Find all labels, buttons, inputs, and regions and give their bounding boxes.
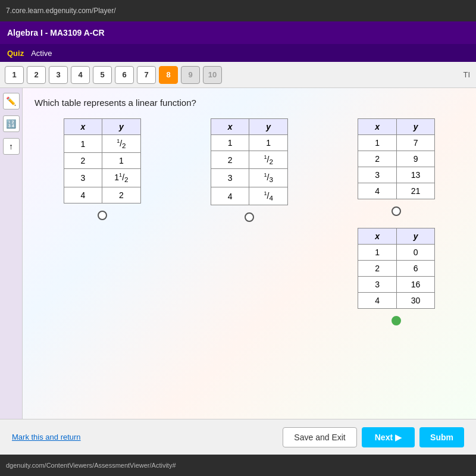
table-c: x y 1 7 2 9 3: [358, 118, 435, 199]
next-label: Next: [375, 433, 393, 442]
save-exit-button[interactable]: Save and Exit: [283, 427, 356, 447]
table-option-c: x y 1 7 2 9 3: [329, 118, 464, 222]
question-num-1[interactable]: 1: [5, 66, 24, 84]
next-button[interactable]: Next ▶: [362, 427, 415, 447]
cell: 2: [358, 261, 397, 277]
cell: 1/2: [249, 151, 288, 169]
cell: 9: [396, 151, 435, 167]
browser-url: 7.core.learn.edgenuity.com/Player/: [6, 7, 116, 15]
question-num-5[interactable]: 5: [93, 66, 112, 84]
table-row: 3 1/3: [211, 169, 287, 187]
cell: 3: [358, 277, 397, 293]
quiz-label: Quiz: [7, 49, 24, 58]
quiz-bar: Quiz Active: [0, 44, 476, 62]
cell: 2: [358, 151, 397, 167]
cell: 1: [211, 135, 249, 151]
arrow-up-icon[interactable]: ↑: [3, 138, 20, 155]
radio-c[interactable]: [392, 206, 401, 216]
question-numbers-bar: 1 2 3 4 5 6 7 8 9 10 TI: [0, 62, 476, 88]
question-num-9: 9: [181, 66, 200, 84]
cell: 1: [358, 135, 397, 151]
table-row: 4 1/4: [211, 187, 287, 205]
table-d: x y 1 0 2 6 3: [358, 228, 435, 309]
question-num-4[interactable]: 4: [71, 66, 90, 84]
radio-b[interactable]: [245, 212, 254, 222]
question-num-10: 10: [203, 66, 222, 84]
status-bar: dgenuity.com/ContentViewers/AssessmentVi…: [0, 455, 476, 476]
cell: 1: [102, 153, 141, 169]
cell: 1/4: [249, 187, 288, 205]
radio-b-container: [245, 212, 254, 222]
table-row: 2 9: [358, 151, 435, 167]
cell: 2: [102, 187, 141, 203]
main-layout: ✏️ 🔢 ↑ Which table represents a linear f…: [0, 88, 476, 419]
radio-a[interactable]: [98, 211, 107, 220]
radio-a-container: [98, 211, 107, 220]
table-option-d: x y 1 0 2 6 3: [329, 228, 464, 325]
question-text: Which table represents a linear function…: [35, 98, 464, 108]
table-b-header-y: y: [249, 119, 288, 135]
pencil-icon[interactable]: ✏️: [3, 93, 20, 109]
left-sidebar: ✏️ 🔢 ↑: [0, 88, 23, 419]
cell: 3: [64, 169, 102, 187]
table-d-header-y: y: [396, 228, 435, 245]
table-row: 1 1: [211, 135, 287, 151]
bottom-tables: x y 1 0 2 6 3: [35, 228, 464, 325]
question-num-8[interactable]: 8: [159, 66, 178, 84]
question-num-6[interactable]: 6: [115, 66, 134, 84]
calculator-icon[interactable]: 🔢: [3, 115, 20, 132]
cell: 30: [396, 293, 435, 309]
submit-button[interactable]: Subm: [419, 427, 464, 447]
bottom-bar: Mark this and return Save and Exit Next …: [0, 419, 476, 455]
cell: 4: [211, 187, 249, 205]
question-num-3[interactable]: 3: [49, 66, 68, 84]
cell: 4: [358, 183, 397, 199]
cell: 3: [358, 167, 397, 183]
table-d-header-x: x: [358, 228, 397, 245]
table-c-header-y: y: [396, 119, 435, 135]
cell: 7: [396, 135, 435, 151]
app-header: Algebra I - MA3109 A-CR: [0, 21, 476, 44]
table-row: 3 13: [358, 167, 435, 183]
cell: 6: [396, 261, 435, 277]
table-row: 1 0: [358, 245, 435, 261]
radio-d[interactable]: [392, 316, 401, 325]
spacer-1: [35, 228, 170, 325]
table-a: x y 1 1/2 2 1 3: [64, 118, 141, 203]
cell: 11/2: [102, 169, 141, 187]
table-a-header-y: y: [102, 119, 141, 135]
mark-return-button[interactable]: Mark this and return: [12, 433, 81, 441]
quiz-status: Active: [31, 49, 52, 58]
action-buttons: Save and Exit Next ▶ Subm: [283, 427, 464, 447]
cell: 1: [358, 245, 397, 261]
cell: 21: [396, 183, 435, 199]
table-row: 2 1: [64, 153, 140, 169]
timer-label: TI: [463, 70, 470, 79]
question-num-2[interactable]: 2: [27, 66, 46, 84]
cell: 4: [358, 293, 397, 309]
cell: 1/3: [249, 169, 288, 187]
table-row: 1 7: [358, 135, 435, 151]
cell: 1: [249, 135, 288, 151]
cell: 2: [211, 151, 249, 169]
tables-grid: x y 1 1/2 2 1 3: [35, 118, 464, 222]
table-row: 4 21: [358, 183, 435, 199]
table-c-header-x: x: [358, 119, 397, 135]
cell: 16: [396, 277, 435, 293]
table-b-header-x: x: [211, 119, 249, 135]
table-option-a: x y 1 1/2 2 1 3: [35, 118, 170, 222]
table-row: 4 2: [64, 187, 140, 203]
cell: 1/2: [102, 135, 141, 153]
table-row: 4 30: [358, 293, 435, 309]
table-row: 3 16: [358, 277, 435, 293]
cell: 4: [64, 187, 102, 203]
cell: 0: [396, 245, 435, 261]
table-a-header-x: x: [64, 119, 102, 135]
cell: 13: [396, 167, 435, 183]
cell: 2: [64, 153, 102, 169]
browser-bar: 7.core.learn.edgenuity.com/Player/: [0, 0, 476, 21]
table-row: 2 6: [358, 261, 435, 277]
next-arrow-icon: ▶: [395, 433, 402, 442]
status-url: dgenuity.com/ContentViewers/AssessmentVi…: [6, 462, 176, 469]
question-num-7[interactable]: 7: [137, 66, 156, 84]
